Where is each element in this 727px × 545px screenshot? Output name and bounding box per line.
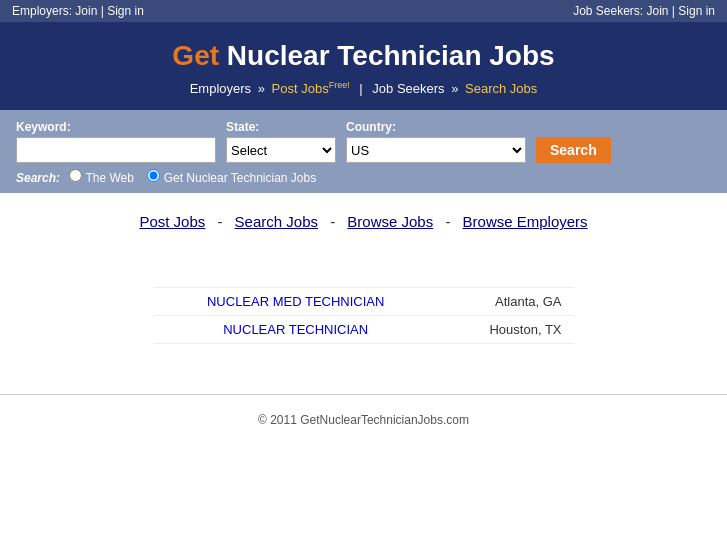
search-jobs-link[interactable]: Search Jobs [465, 81, 537, 96]
job-location-2: Houston, TX [438, 316, 574, 344]
free-badge: Free! [329, 80, 350, 90]
search-type-label: Search: [16, 171, 60, 185]
job-link-2[interactable]: NUCLEAR TECHNICIAN [223, 322, 368, 337]
table-header: Recently Posted Nuclear Technician Jobs [154, 254, 574, 288]
main-content: Post Jobs - Search Jobs - Browse Jobs - … [0, 193, 727, 364]
post-jobs-link[interactable]: Post JobsFree! [272, 81, 350, 96]
nav-sep1: - [217, 213, 222, 230]
title-get: Get [172, 40, 219, 71]
search-fields: Keyword: State: Select Country: US Searc… [16, 120, 711, 163]
breadcrumb-sep1: » [258, 81, 269, 96]
browse-jobs-nav[interactable]: Browse Jobs [347, 213, 433, 230]
employers-nav[interactable]: Employers: Join | Sign in [12, 4, 144, 18]
top-navigation: Employers: Join | Sign in Job Seekers: J… [0, 0, 727, 22]
search-bar: Keyword: State: Select Country: US Searc… [0, 110, 727, 193]
search-jobs-nav[interactable]: Search Jobs [235, 213, 318, 230]
footer: © 2011 GetNuclearTechnicianJobs.com [0, 394, 727, 445]
country-label: Country: [346, 120, 526, 134]
table-row: NUCLEAR TECHNICIAN Houston, TX [154, 316, 574, 344]
nav-links: Post Jobs - Search Jobs - Browse Jobs - … [40, 213, 687, 230]
keyword-label: Keyword: [16, 120, 216, 134]
state-field: State: Select [226, 120, 336, 163]
pipe-sep: | [359, 81, 366, 96]
state-label: State: [226, 120, 336, 134]
search-button[interactable]: Search [536, 137, 611, 163]
nav-sep2: - [330, 213, 335, 230]
site-title: Get Nuclear Technician Jobs [10, 40, 717, 72]
radio-site-label: Get Nuclear Technician Jobs [164, 171, 317, 185]
country-select[interactable]: US [346, 137, 526, 163]
radio-site[interactable] [147, 169, 160, 182]
keyword-input[interactable] [16, 137, 216, 163]
search-type: Search: The Web Get Nuclear Technician J… [16, 169, 711, 185]
browse-employers-nav[interactable]: Browse Employers [463, 213, 588, 230]
site-header: Get Nuclear Technician Jobs Employers » … [0, 22, 727, 110]
country-field: Country: US [346, 120, 526, 163]
breadcrumb-sep2: » [451, 81, 462, 96]
radio-web[interactable] [69, 169, 82, 182]
jobseekers-nav[interactable]: Job Seekers: Join | Sign in [573, 4, 715, 18]
state-select[interactable]: Select [226, 137, 336, 163]
job-seekers-label: Job Seekers [372, 81, 444, 96]
breadcrumb: Employers » Post JobsFree! | Job Seekers… [10, 80, 717, 96]
keyword-field: Keyword: [16, 120, 216, 163]
job-location-1: Atlanta, GA [438, 288, 574, 316]
copyright: © 2011 GetNuclearTechnicianJobs.com [258, 413, 469, 427]
title-rest: Nuclear Technician Jobs [219, 40, 555, 71]
table-header-row: Recently Posted Nuclear Technician Jobs [154, 254, 574, 288]
jobs-table: Recently Posted Nuclear Technician Jobs … [154, 254, 574, 344]
employers-label: Employers [190, 81, 251, 96]
nav-sep3: - [445, 213, 450, 230]
job-link-1[interactable]: NUCLEAR MED TECHNICIAN [207, 294, 384, 309]
radio-web-label: The Web [86, 171, 134, 185]
post-jobs-nav[interactable]: Post Jobs [139, 213, 205, 230]
table-row: NUCLEAR MED TECHNICIAN Atlanta, GA [154, 288, 574, 316]
